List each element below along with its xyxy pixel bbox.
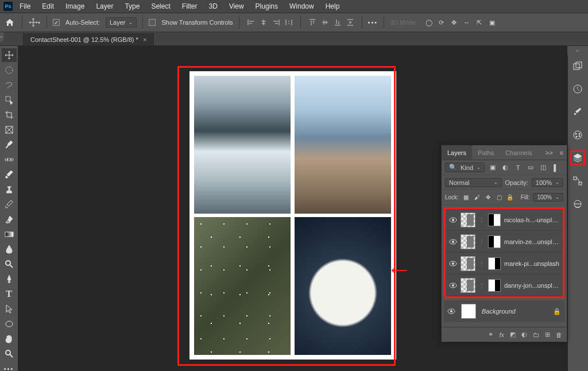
layer-name[interactable]: Background [482, 308, 547, 315]
layer-name[interactable]: marvin-ze...unsplash [504, 238, 559, 245]
home-button[interactable] [3, 16, 16, 29]
background-layer-row[interactable]: Background 🔒 [444, 300, 564, 322]
paths-panel-icon[interactable] [570, 173, 585, 188]
visibility-toggle[interactable] [449, 281, 457, 289]
new-layer-button[interactable]: ⊞ [545, 331, 550, 338]
shape-tool[interactable] [2, 317, 17, 331]
lock-pixels-button[interactable]: 🖌 [473, 193, 481, 202]
menu-file[interactable]: File [15, 1, 35, 11]
menu-3d[interactable]: 3D [204, 1, 222, 11]
auto-select-target[interactable]: Layer ⌄ [106, 17, 137, 28]
align-top-button[interactable] [307, 17, 318, 28]
gradient-tool[interactable] [2, 227, 17, 241]
filter-type-icon[interactable]: T [513, 163, 523, 172]
tab-layers[interactable]: Layers [442, 145, 472, 160]
layer-name[interactable]: marek-pi...unsplash [504, 260, 559, 267]
menu-type[interactable]: Type [120, 1, 144, 11]
layer-row[interactable]: ⋮ nicolas-h...-unsplash [446, 209, 563, 231]
layer-mask-thumbnail[interactable] [488, 235, 501, 248]
show-transform-checkbox[interactable] [149, 19, 156, 26]
panel-expand-button[interactable]: >> [542, 149, 556, 156]
layer-thumbnail[interactable] [461, 278, 475, 293]
align-hcenter-button[interactable] [258, 17, 269, 28]
document-tab[interactable]: ContactSheet-001 @ 12.5% (RGB/8) * × [23, 33, 154, 45]
visibility-toggle[interactable] [449, 238, 457, 246]
tab-channels[interactable]: Channels [500, 145, 537, 160]
move-tool[interactable] [2, 48, 17, 62]
opacity-input[interactable]: 100% ⌄ [532, 178, 563, 187]
quick-select-tool[interactable] [2, 93, 17, 107]
frame-tool[interactable] [2, 123, 17, 137]
zoom-tool[interactable] [2, 347, 17, 361]
layer-row[interactable]: ⋮ marvin-ze...unsplash [446, 231, 563, 253]
layer-kind-select[interactable]: 🔍 Kind ⌄ [445, 163, 485, 172]
lock-all-button[interactable]: 🔒 [506, 193, 514, 202]
more-options-button[interactable]: ••• [368, 19, 378, 26]
brush-tool[interactable] [2, 168, 17, 181]
close-tab-button[interactable]: × [143, 36, 146, 43]
filter-shape-icon[interactable]: ▭ [526, 163, 535, 172]
filter-smart-icon[interactable]: ◫ [539, 163, 548, 172]
new-group-button[interactable]: 🗀 [533, 331, 539, 338]
history-panel-icon[interactable] [570, 82, 585, 96]
filter-pixel-icon[interactable]: ▣ [488, 163, 497, 172]
align-vcenter-button[interactable] [319, 17, 331, 28]
delete-layer-button[interactable]: 🗑 [556, 331, 562, 338]
healing-tool[interactable] [2, 153, 17, 167]
collapse-right-button[interactable] [567, 46, 588, 55]
panel-menu-button[interactable]: ≡ [556, 149, 567, 156]
filter-adjust-icon[interactable]: ◐ [501, 163, 510, 172]
blur-tool[interactable] [2, 242, 17, 256]
eyedropper-tool[interactable] [2, 138, 17, 152]
menu-window[interactable]: Window [285, 1, 319, 11]
layer-name[interactable]: danny-jon...unsplash [504, 282, 559, 289]
menu-edit[interactable]: Edit [37, 1, 59, 11]
add-mask-button[interactable]: ◩ [510, 331, 516, 338]
layer-mask-thumbnail[interactable] [488, 257, 501, 270]
mask-link-icon[interactable]: ⋮ [479, 217, 485, 223]
layer-row[interactable]: ⋮ marek-pi...unsplash [446, 253, 563, 275]
layer-name[interactable]: nicolas-h...-unsplash [504, 217, 559, 223]
filter-toggle[interactable]: ▌ [551, 163, 560, 172]
collapse-tools-button[interactable] [0, 32, 3, 41]
fill-input[interactable]: 100% ⌄ [533, 193, 563, 202]
path-select-tool[interactable] [2, 302, 17, 316]
layer-thumbnail[interactable] [461, 212, 475, 227]
mask-link-icon[interactable]: ⋮ [479, 260, 485, 266]
distribute-v-button[interactable] [345, 17, 356, 28]
menu-image[interactable]: Image [61, 1, 89, 11]
layers-panel-icon[interactable] [570, 150, 585, 165]
menu-plugins[interactable]: Plugins [251, 1, 283, 11]
tab-paths[interactable]: Paths [472, 145, 500, 160]
layer-thumbnail[interactable] [461, 234, 475, 249]
pen-tool[interactable] [2, 272, 17, 286]
channels-panel-icon[interactable] [570, 196, 585, 211]
dodge-tool[interactable] [2, 257, 17, 271]
align-bottom-button[interactable] [332, 17, 343, 28]
auto-select-checkbox[interactable] [53, 19, 60, 26]
layer-row[interactable]: ⋮ danny-jon...unsplash [446, 275, 563, 296]
menu-view[interactable]: View [225, 1, 249, 11]
eraser-tool[interactable] [2, 212, 17, 226]
mask-link-icon[interactable]: ⋮ [479, 282, 485, 288]
move-tool-indicator[interactable]: ▾ [28, 16, 41, 29]
menu-layer[interactable]: Layer [91, 1, 118, 11]
brushes-panel-icon[interactable] [570, 105, 585, 119]
visibility-toggle[interactable] [447, 307, 455, 315]
layer-thumbnail[interactable] [461, 256, 475, 271]
lock-artboard-button[interactable]: ▢ [495, 193, 502, 202]
layer-fx-button[interactable]: fx [499, 331, 504, 338]
swatches-panel-icon[interactable] [570, 127, 585, 142]
lock-transparent-button[interactable]: ▦ [462, 193, 470, 202]
menu-help[interactable]: Help [321, 1, 345, 11]
type-tool[interactable]: T [2, 287, 17, 301]
tool-overflow[interactable]: ••• [2, 362, 17, 371]
learn-panel-icon[interactable] [570, 59, 585, 74]
visibility-toggle[interactable] [449, 216, 457, 224]
history-brush-tool[interactable] [2, 198, 17, 211]
marquee-tool[interactable] [2, 63, 17, 77]
mask-link-icon[interactable]: ⋮ [479, 238, 485, 245]
menu-select[interactable]: Select [146, 1, 175, 11]
layer-mask-thumbnail[interactable] [488, 279, 501, 292]
lasso-tool[interactable] [2, 78, 17, 92]
